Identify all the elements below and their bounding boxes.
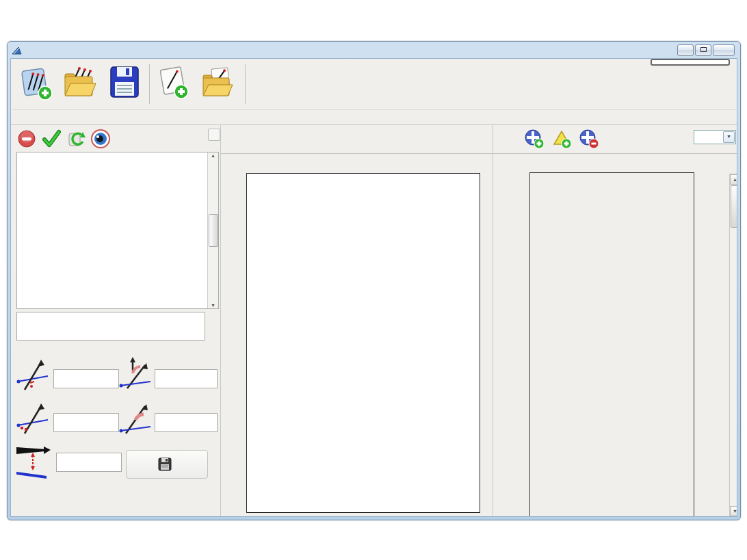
map-panel [220,154,493,516]
save-profile-button[interactable] [126,450,208,479]
length-of-profile [21,342,25,350]
restore-button[interactable] [695,44,711,56]
new-profile-icon [156,63,194,104]
triangle-plus-icon [551,129,572,149]
apply-button[interactable] [41,129,62,149]
minimize-button[interactable] [677,44,694,56]
refresh-button[interactable] [66,129,86,149]
restore-icon [700,47,707,52]
new-profile-button[interactable] [156,63,194,104]
site-plan-plot[interactable] [246,173,480,513]
radar-vertical-scrollbar[interactable]: ▲ ▼ [729,174,737,517]
window-controls [677,44,735,56]
main-toolbar [12,60,735,110]
by-course-icon [16,358,49,394]
new-site-icon [18,63,56,104]
angle-icon [119,399,152,438]
move-minus-icon [579,129,599,149]
profile-toolbar [15,127,220,153]
by-height-input[interactable] [56,453,122,472]
azimuth-icon [119,356,152,394]
scroll-up-icon: ▲ [209,153,218,158]
aside-input[interactable] [53,413,119,432]
toolbar-separator2 [245,64,246,104]
window-body: ▲ ▼ [10,58,737,517]
desktop: ▲ ▼ [0,0,747,560]
by-course-input[interactable] [53,369,119,388]
azimuth-input[interactable] [155,369,218,388]
tree-scrollbar[interactable]: ▲ ▼ [207,152,218,308]
save-profile-icon [157,457,172,472]
remove-profile-view-button[interactable] [579,129,599,149]
toolbar-separator [149,64,150,104]
zoom-select[interactable]: ▼ [694,130,736,144]
add-profile-view-button[interactable] [524,129,545,149]
menu-bar [12,44,736,57]
remove-icon [16,129,37,149]
scroll-down-icon[interactable]: ▼ [730,506,737,516]
eye-icon [90,129,111,149]
map-toolbar [224,127,402,153]
move-plus-icon [524,129,545,149]
new-site-button[interactable] [18,63,56,104]
refresh-icon [66,129,86,149]
add-marker-button[interactable] [551,129,572,149]
collapse-panel-button[interactable] [208,129,220,141]
radar-panel: ▼ ▲ ▼ ◄ ► [493,124,737,516]
close-button[interactable] [713,44,735,56]
radar-vscroll-thumb[interactable] [731,185,737,228]
scroll-down-icon: ▼ [209,303,218,308]
open-site-button[interactable] [62,63,100,104]
project-path [16,312,205,341]
aside-icon [16,402,49,438]
app-icon [12,46,23,55]
save-icon [105,63,144,104]
open-profile-icon [200,63,238,104]
trace-info-box [651,59,730,66]
profiles-tree: ▲ ▼ [16,152,219,309]
angle-input[interactable] [155,413,218,432]
chevron-down-icon[interactable]: ▼ [723,131,735,143]
save-site-button[interactable] [105,63,144,104]
tree-scroll-thumb[interactable] [209,214,218,247]
remove-profile-button[interactable] [16,129,37,149]
check-icon [41,129,62,149]
radargram-frame [529,172,694,517]
scroll-up-icon[interactable]: ▲ [730,174,737,185]
open-profile-button[interactable] [200,63,238,104]
app-window: ▲ ▼ [7,41,741,520]
view-button[interactable] [90,129,111,149]
site-plan-drawing [247,174,480,512]
by-height-icon [15,440,53,479]
open-site-icon [62,63,100,104]
